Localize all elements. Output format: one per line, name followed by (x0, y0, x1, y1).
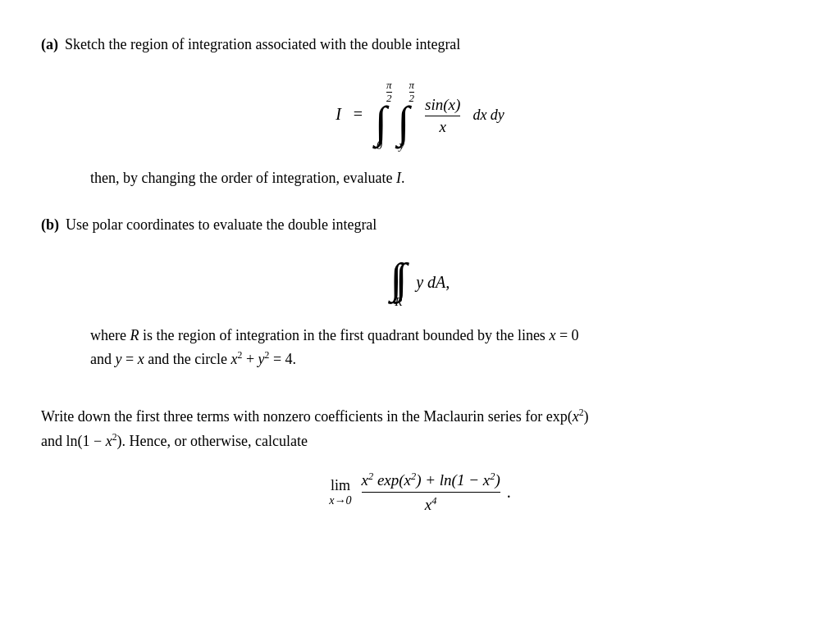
part-a-intro: Sketch the region of integration associa… (65, 33, 460, 57)
limit-expression: lim x→0 x2 exp(x2) + ln(1 − x2) x4 . (41, 471, 799, 515)
part-b-where-line2: and y = x and the circle x2 + y2 = 4. (90, 348, 799, 372)
part-b: (b) Use polar coordinates to evaluate th… (41, 213, 799, 372)
part-b-label: (b) (41, 216, 59, 234)
part-a-label: (a) (41, 36, 58, 53)
bottom-section: Write down the first three terms with no… (41, 405, 799, 514)
part-b-where-line1: where R is the region of integration in … (90, 324, 799, 348)
part-a-integral: I = π 2 ∫ 0 π 2 ∫ y si (41, 80, 799, 152)
bottom-intro-2: and ln(1 − x2). Hence, or otherwise, cal… (41, 430, 799, 454)
part-a-followup: then, by changing the order of integrati… (90, 166, 799, 190)
bottom-intro-1: Write down the first three terms with no… (41, 405, 799, 430)
part-b-integral: ∫ ∫ R y dA, (41, 260, 799, 309)
part-b-intro: Use polar coordinates to evaluate the do… (66, 213, 377, 237)
part-a: (a) Sketch the region of integration ass… (41, 33, 799, 190)
part-b-where: where R is the region of integration in … (90, 324, 799, 372)
